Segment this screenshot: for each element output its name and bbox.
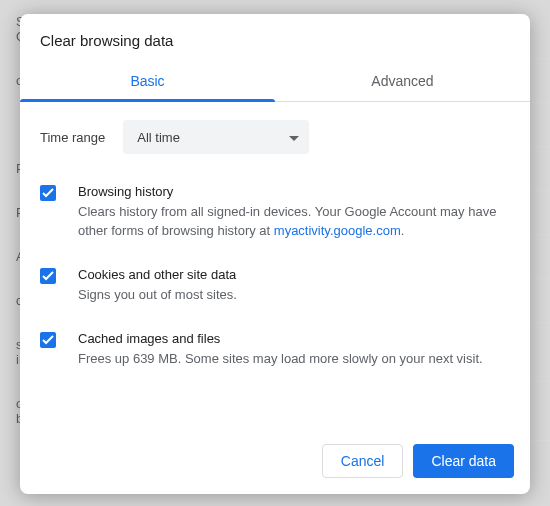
option-title: Cookies and other site data [78, 267, 237, 282]
option-cached: Cached images and files Frees up 639 MB.… [40, 331, 510, 369]
option-title: Cached images and files [78, 331, 483, 346]
time-range-value: All time [137, 130, 180, 145]
checkbox-cookies[interactable] [40, 268, 56, 284]
myactivity-link[interactable]: myactivity.google.com [274, 223, 401, 238]
tab-basic[interactable]: Basic [20, 63, 275, 101]
clear-data-button[interactable]: Clear data [413, 444, 514, 478]
dialog-title: Clear browsing data [20, 14, 530, 63]
time-range-row: Time range All time [40, 120, 510, 154]
check-icon [42, 335, 54, 345]
option-desc: Signs you out of most sites. [78, 286, 237, 305]
tab-advanced[interactable]: Advanced [275, 63, 530, 101]
time-range-select[interactable]: All time [123, 120, 309, 154]
option-title: Browsing history [78, 184, 510, 199]
checkbox-cached[interactable] [40, 332, 56, 348]
check-icon [42, 271, 54, 281]
chevron-down-icon [289, 130, 299, 145]
option-desc: Frees up 639 MB. Some sites may load mor… [78, 350, 483, 369]
option-cookies: Cookies and other site data Signs you ou… [40, 267, 510, 305]
cancel-button[interactable]: Cancel [322, 444, 404, 478]
check-icon [42, 188, 54, 198]
option-browsing-history: Browsing history Clears history from all… [40, 184, 510, 241]
clear-browsing-data-dialog: Clear browsing data Basic Advanced Time … [20, 14, 530, 494]
dialog-body: Time range All time Browsing history Cle… [20, 102, 530, 430]
tabs: Basic Advanced [20, 63, 530, 102]
time-range-label: Time range [40, 130, 105, 145]
checkbox-browsing-history[interactable] [40, 185, 56, 201]
dialog-footer: Cancel Clear data [20, 430, 530, 494]
option-desc: Clears history from all signed-in device… [78, 203, 510, 241]
